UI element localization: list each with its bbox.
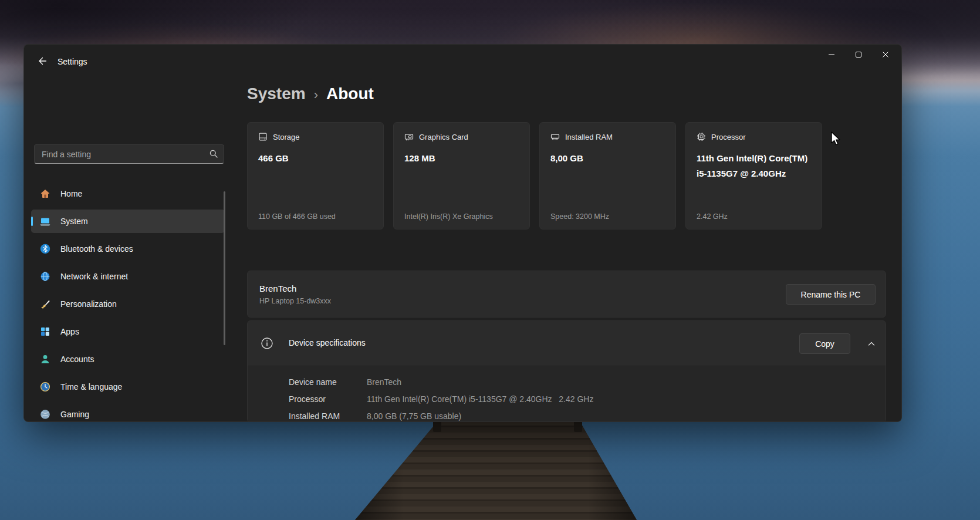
device-name-card: BrenTech HP Laptop 15-dw3xxx Rename this… [247, 271, 886, 318]
sidebar-item-label: Bluetooth & devices [60, 244, 133, 254]
collapse-button[interactable] [863, 335, 880, 353]
device-model: HP Laptop 15-dw3xxx [259, 297, 331, 305]
sidebar-item-personalization[interactable]: Personalization [31, 292, 225, 316]
storage-icon [258, 132, 268, 141]
device-name: BrenTech [259, 283, 296, 293]
sidebar-item-accounts[interactable]: Accounts [31, 347, 225, 371]
minimize-icon [828, 51, 835, 58]
summary-cards: Storage 466 GB 110 GB of 466 GB used Gra… [247, 122, 822, 229]
card-detail: Intel(R) Iris(R) Xe Graphics [404, 212, 519, 221]
spec-value: BrenTech [367, 377, 401, 387]
copy-button[interactable]: Copy [799, 333, 850, 354]
card-value: 11th Gen Intel(R) Core(TM) i5-1135G7 @ 2… [697, 151, 811, 181]
breadcrumb-system[interactable]: System [247, 85, 306, 103]
sidebar-item-label: System [60, 217, 88, 226]
network-icon [39, 271, 51, 282]
maximize-icon [855, 51, 862, 58]
app-title: Settings [58, 57, 87, 66]
back-arrow-icon [38, 56, 47, 66]
spec-value: 8,00 GB (7,75 GB usable) [367, 411, 461, 421]
close-icon [882, 51, 889, 58]
sidebar-item-label: Time & language [60, 382, 122, 391]
sidebar-item-label: Accounts [60, 354, 94, 364]
spec-value: 11th Gen Intel(R) Core(TM) i5-1135G7 @ 2… [367, 394, 593, 404]
accounts-icon [39, 353, 51, 365]
device-specifications-card: Device specifications Copy Device name B… [247, 320, 886, 422]
sidebar-nav: Home System Bluetooth & devices Network … [31, 182, 225, 422]
sidebar-item-label: Network & internet [60, 272, 128, 281]
settings-window: Settings [23, 44, 902, 422]
sidebar-item-time-language[interactable]: Time & language [31, 375, 225, 399]
home-icon [39, 188, 51, 200]
sidebar-item-apps[interactable]: Apps [31, 320, 225, 343]
sidebar-item-label: Home [60, 189, 82, 198]
card-detail: 110 GB of 466 GB used [258, 212, 373, 221]
maximize-button[interactable] [845, 45, 872, 65]
breadcrumb: System › About [247, 85, 374, 103]
gaming-icon [39, 408, 51, 420]
spec-label: Device name [248, 377, 367, 387]
sidebar-scrollbar[interactable] [224, 191, 225, 345]
specs-section-title: Device specifications [289, 338, 366, 347]
info-icon [260, 336, 274, 350]
processor-card: Processor 11th Gen Intel(R) Core(TM) i5-… [685, 122, 822, 229]
apps-icon [39, 326, 51, 337]
installed-ram-icon [550, 132, 560, 141]
sidebar-item-system[interactable]: System [31, 210, 225, 233]
sidebar-item-home[interactable]: Home [31, 182, 225, 205]
storage-card: Storage 466 GB 110 GB of 466 GB used [247, 122, 384, 229]
sidebar-item-network-internet[interactable]: Network & internet [31, 265, 225, 288]
minimize-button[interactable] [818, 45, 845, 65]
spec-row-processor: Processor 11th Gen Intel(R) Core(TM) i5-… [248, 390, 886, 407]
card-value: 466 GB [258, 151, 373, 166]
pier-image [352, 420, 640, 520]
card-detail: Speed: 3200 MHz [550, 212, 665, 221]
sidebar-item-label: Gaming [60, 410, 89, 419]
spec-label: Installed RAM [248, 411, 367, 421]
card-detail: 2.42 GHz [697, 212, 811, 221]
spec-label: Processor [248, 394, 367, 404]
spec-row-installed-ram: Installed RAM 8,00 GB (7,75 GB usable) [248, 407, 886, 422]
bluetooth-icon [39, 243, 51, 255]
search-box [34, 144, 224, 164]
processor-icon [697, 132, 706, 141]
card-title: Storage [273, 133, 300, 141]
sidebar-item-label: Apps [60, 327, 79, 336]
card-title: Installed RAM [565, 133, 613, 141]
back-button[interactable] [31, 52, 53, 70]
card-title: Graphics Card [419, 133, 468, 141]
chevron-up-icon [867, 339, 876, 349]
card-title: Processor [711, 133, 746, 141]
graphics-card-icon [404, 132, 414, 141]
search-input[interactable] [34, 144, 224, 164]
spec-row-device-name: Device name BrenTech [248, 373, 886, 390]
breadcrumb-separator-icon: › [314, 86, 318, 103]
graphics-card-card: Graphics Card 128 MB Intel(R) Iris(R) Xe… [393, 122, 530, 229]
sidebar-item-bluetooth-devices[interactable]: Bluetooth & devices [31, 237, 225, 261]
rename-pc-button[interactable]: Rename this PC [786, 284, 876, 305]
time-language-icon [39, 381, 51, 393]
system-icon [39, 215, 51, 227]
personalization-icon [39, 298, 51, 310]
specs-rows: Device name BrenTech Processor 11th Gen … [248, 366, 886, 422]
card-value: 8,00 GB [550, 151, 665, 166]
card-value: 128 MB [404, 151, 519, 166]
close-button[interactable] [872, 45, 899, 65]
search-icon [209, 149, 218, 158]
titlebar: Settings [24, 45, 901, 77]
sidebar-item-gaming[interactable]: Gaming [31, 403, 225, 422]
window-controls [818, 45, 899, 65]
device-specifications-expander[interactable]: Device specifications Copy [248, 321, 886, 366]
sidebar-item-label: Personalization [60, 299, 117, 309]
installed-ram-card: Installed RAM 8,00 GB Speed: 3200 MHz [539, 122, 676, 229]
page-title: About [326, 85, 374, 103]
